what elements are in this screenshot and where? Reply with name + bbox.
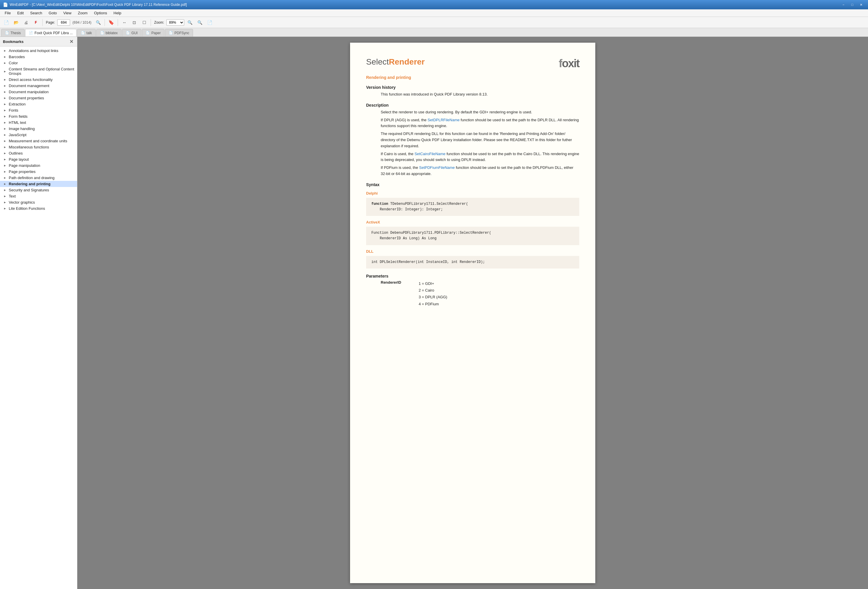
description-para2: If DPLR (AGG) is used, the SetDPLRFileNa… [366, 117, 579, 129]
bookmark-item[interactable]: ►Measurement and coordinate units [0, 138, 77, 144]
bookmark-item[interactable]: ►Security and Signatures [0, 187, 77, 193]
bookmark-item[interactable]: ►Form fields [0, 113, 77, 120]
bookmark-item[interactable]: ►Annotations and hotspot links [0, 47, 77, 54]
bookmark-item[interactable]: ►Outlines [0, 150, 77, 156]
tab-pdfsync[interactable]: 📄 PDFSync [165, 29, 193, 37]
bookmark-button[interactable]: 🔖 [107, 18, 116, 27]
bookmark-item[interactable]: ►Lite Edition Functions [0, 206, 77, 212]
bookmark-item[interactable]: ►Extraction [0, 101, 77, 107]
foxit-button[interactable]: F [31, 18, 40, 27]
page-input[interactable] [57, 19, 70, 26]
tab-foxit[interactable]: 📄 Foxit Quick PDF Libra ... [25, 29, 77, 37]
bookmark-item[interactable]: ►Document management [0, 83, 77, 89]
description-para5: If PDFium is used, the SetPDFiumFileName… [366, 165, 579, 177]
bookmark-item[interactable]: ►Content Streams and Optional Content Gr… [0, 66, 77, 77]
new-button[interactable]: 📄 [2, 18, 10, 27]
close-button[interactable]: ✕ [857, 1, 865, 8]
menu-search[interactable]: Search [27, 10, 45, 16]
fit-page-button[interactable]: ⊡ [130, 18, 139, 27]
menu-view[interactable]: View [61, 10, 74, 16]
menu-help[interactable]: Help [111, 10, 124, 16]
page-label: Page: [46, 21, 55, 25]
bookmark-label: Lite Edition Functions [9, 206, 45, 211]
delphi-code: function TDebenuPDFLibrary1711.SelectRen… [366, 198, 579, 216]
bookmark-item[interactable]: ►Path definition and drawing [0, 175, 77, 181]
desc-para2-pre: If DPLR (AGG) is used, the [381, 118, 427, 122]
param-row: RendererID 1 = GDI+ 2 = Cairo 3 = DPLR (… [381, 280, 579, 308]
bookmark-item[interactable]: ►JavaScript [0, 132, 77, 138]
bookmark-item[interactable]: ►Page layout [0, 156, 77, 163]
desc-para5-pre: If PDFium is used, the [381, 165, 419, 170]
minimize-button[interactable]: − [839, 1, 847, 8]
setpdfiumfilename-link[interactable]: SetPDFiumFileName [419, 165, 455, 170]
find-page-button[interactable]: 🔍 [94, 18, 102, 27]
pdf-area[interactable]: SelectRenderer foxit Rendering and print… [77, 37, 868, 589]
bookmark-item[interactable]: ►Page properties [0, 169, 77, 175]
bookmark-label: JavaScript [9, 133, 27, 137]
bookmark-arrow: ► [3, 78, 7, 81]
syntax-heading: Syntax [366, 182, 579, 187]
bookmark-item[interactable]: ►Direct access functionality [0, 77, 77, 83]
fit-width-button[interactable]: ↔ [120, 18, 129, 27]
tab-talk[interactable]: 📄 talk [77, 29, 96, 37]
bookmark-item[interactable]: ►Text [0, 193, 77, 199]
zoom-select[interactable]: 89% 75% 100% 125% 150% [167, 19, 184, 26]
zoom-out-button[interactable]: 🔍 [195, 18, 204, 27]
bookmark-item[interactable]: ►Barcodes [0, 54, 77, 60]
tab-label-thesis: Thesis [10, 31, 21, 35]
tab-paper[interactable]: 📄 Paper [142, 29, 164, 37]
bookmark-list: ►Annotations and hotspot links►Barcodes►… [0, 46, 77, 589]
bookmark-item[interactable]: ►Rendering and printing [0, 181, 77, 187]
sidebar-header: Bookmarks ✕ [0, 37, 77, 46]
tab-icon-thesis: 📄 [5, 31, 9, 35]
bookmark-item[interactable]: ►HTML text [0, 120, 77, 126]
bookmark-arrow: ► [3, 139, 7, 142]
menu-options[interactable]: Options [91, 10, 110, 16]
page-view-button[interactable]: 📄 [205, 18, 214, 27]
bookmark-item[interactable]: ►Image handling [0, 126, 77, 132]
tab-icon-gui: 📄 [126, 31, 130, 35]
menu-file[interactable]: File [2, 10, 14, 16]
single-page-button[interactable]: ☐ [140, 18, 149, 27]
menu-edit[interactable]: Edit [14, 10, 27, 16]
tab-icon-paper: 📄 [146, 31, 150, 35]
bookmark-arrow: ► [3, 195, 7, 198]
bookmark-item[interactable]: ►Color [0, 60, 77, 66]
bookmark-label: Document manipulation [9, 90, 49, 94]
bookmark-arrow: ► [3, 127, 7, 130]
tab-label-foxit: Foxit Quick PDF Libra ... [34, 31, 73, 35]
print-button[interactable]: 🖨 [22, 18, 30, 27]
bookmark-label: Extraction [9, 102, 26, 107]
zoom-in-button[interactable]: 🔍 [185, 18, 194, 27]
tab-thesis[interactable]: 📄 Thesis [1, 29, 25, 37]
open-button[interactable]: 📂 [12, 18, 21, 27]
zoom-label: Zoom: [154, 21, 164, 25]
tab-label-paper: Paper [151, 31, 161, 35]
bookmark-item[interactable]: ►Page manipulation [0, 163, 77, 169]
setdplrfilename-link[interactable]: SetDPLRFileName [427, 118, 459, 122]
bookmark-arrow: ► [3, 84, 7, 87]
sidebar-close-button[interactable]: ✕ [68, 38, 74, 44]
app-icon: 📄 [3, 2, 8, 7]
bookmark-arrow: ► [3, 176, 7, 179]
bookmark-arrow: ► [3, 96, 7, 100]
menu-zoom[interactable]: Zoom [75, 10, 90, 16]
bookmark-item[interactable]: ►Fonts [0, 107, 77, 113]
function-name-bold: Renderer [389, 57, 425, 66]
setcairofilename-link[interactable]: SetCairoFileName [415, 152, 446, 156]
menu-goto[interactable]: Goto [46, 10, 60, 16]
tab-gui[interactable]: 📄 GUI [122, 29, 141, 37]
bookmark-item[interactable]: ►Document properties [0, 95, 77, 101]
bookmark-item[interactable]: ►Document manipulation [0, 89, 77, 95]
main-area: Bookmarks ✕ ►Annotations and hotspot lin… [0, 37, 868, 589]
foxit-logo: foxit [559, 57, 579, 70]
bookmark-label: Image handling [9, 126, 35, 131]
dll-label: DLL [366, 249, 579, 254]
bookmark-item[interactable]: ►Miscellaneous functions [0, 144, 77, 150]
bookmark-item[interactable]: ►Vector graphics [0, 199, 77, 206]
tab-label-biblatex: biblatex [106, 31, 118, 35]
bookmark-arrow: ► [3, 152, 7, 155]
tab-biblatex[interactable]: 📄 biblatex [96, 29, 121, 37]
bookmark-arrow: ► [3, 207, 7, 210]
maximize-button[interactable]: □ [848, 1, 856, 8]
